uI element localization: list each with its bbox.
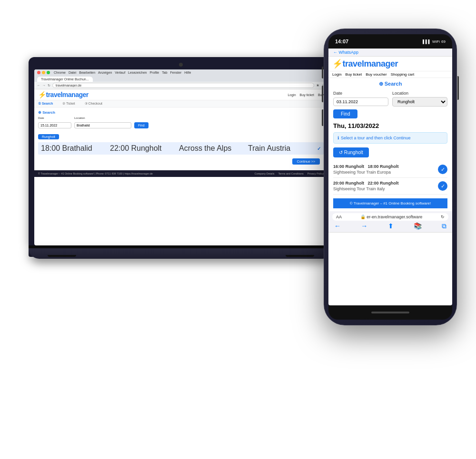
- phone-screen: ← WhatsApp ⚡travelmanager Login Buy tick…: [328, 49, 452, 305]
- phone-tour-1-check[interactable]: ✓: [438, 165, 447, 174]
- laptop-steps: ① Search ② Ticket ③ Checkout: [34, 100, 327, 107]
- result-departure: 18:00 Brathalid: [41, 144, 105, 153]
- menu-profile[interactable]: Profile: [149, 71, 159, 74]
- phone-share-btn[interactable]: ⬆: [388, 222, 394, 230]
- phone-back-btn[interactable]: ←: [334, 222, 341, 230]
- step-search-laptop[interactable]: ① Search: [38, 102, 53, 106]
- menu-lesezeichen[interactable]: Lesezeichen: [128, 71, 147, 74]
- phone-tabs-btn[interactable]: ⧉: [442, 222, 446, 230]
- footer-terms[interactable]: Terms and Conditions: [278, 172, 304, 175]
- laptop-continue-row: Continue >>: [38, 156, 324, 167]
- footer-privacy[interactable]: Privacy Policy: [307, 172, 324, 175]
- browser-nav-buttons: ← → ↻: [37, 84, 50, 88]
- signal-icon: ▌▌▌: [423, 39, 431, 44]
- laptop-logo: ⚡travelmanager: [38, 91, 89, 98]
- phone-bookmarks-btn[interactable]: 📚: [414, 222, 422, 230]
- footer-company-details[interactable]: Company Details: [255, 172, 275, 175]
- laptop-find-button[interactable]: Find: [134, 122, 149, 128]
- wifi-icon: WiFi: [432, 39, 440, 44]
- laptop-result-row[interactable]: 18:00 Brathalid 22:00 Rungholt Across th…: [38, 142, 324, 155]
- result-operator: Train Austria: [248, 144, 312, 153]
- phone-location-result-btn[interactable]: ↺ Rungholt: [333, 147, 369, 157]
- phone-status-icons: ▌▌▌ WiFi 69: [423, 39, 446, 44]
- phone-tour-item-1[interactable]: 16:00 Rungholt 18:00 Rungholt Sightseein…: [333, 161, 447, 178]
- phone-tour-item-2[interactable]: 20:00 Rungholt 22:00 Rungholt Sightseein…: [333, 178, 447, 195]
- phone-nav-shopping-cart[interactable]: Shopping cart: [391, 72, 414, 77]
- chrome-menu-items: Chrome Datei Bearbeiten Anzeigen Verlauf…: [54, 71, 191, 74]
- menu-verlauf[interactable]: Verlauf: [115, 71, 125, 74]
- laptop-site-header: ⚡travelmanager Login Buy ticket Buy: [34, 89, 327, 100]
- phone-date-input[interactable]: [333, 98, 388, 106]
- laptop-base: [29, 248, 333, 257]
- phone-nav-buy-voucher[interactable]: Buy voucher: [366, 72, 387, 77]
- phone-location-select[interactable]: Rungholt: [392, 97, 447, 107]
- phone-notch: [371, 36, 409, 46]
- phone-nav-buy-ticket[interactable]: Buy ticket: [346, 72, 362, 77]
- scene: Chrome Datei Bearbeiten Anzeigen Verlauf…: [0, 0, 476, 459]
- step-checkout-laptop[interactable]: ③ Checkout: [85, 102, 103, 106]
- menu-datei[interactable]: Datei: [69, 71, 76, 74]
- active-tab[interactable]: Travelmanager Online Buchun...: [37, 77, 93, 82]
- maximize-window-btn[interactable]: [47, 71, 50, 74]
- aa-text: AA: [336, 215, 342, 219]
- phone-find-button[interactable]: Find: [333, 109, 357, 118]
- laptop-foot-right: [286, 255, 314, 257]
- nav-buy-ticket-laptop[interactable]: Buy ticket: [300, 93, 314, 97]
- footer-copyright: © Travelmanager – #1 Online Booking soft…: [38, 172, 153, 175]
- phone-nav-bar: Login Buy ticket Buy voucher Shopping ca…: [328, 71, 452, 78]
- phone-search-section: ⊕ Search Date Location Rungholt: [328, 78, 452, 211]
- laptop-continue-button[interactable]: Continue >>: [292, 158, 320, 165]
- phone-volume-down-btn[interactable]: [322, 109, 323, 126]
- phone-tour-2-name: Sightseeing Tour Train Italy: [333, 186, 399, 191]
- laptop-location-label: Location: [74, 117, 131, 119]
- menu-anzeigen[interactable]: Anzeigen: [98, 71, 112, 74]
- laptop-date-field: Date: [38, 117, 71, 128]
- back-btn[interactable]: ←: [37, 84, 40, 88]
- menu-tab[interactable]: Tab: [162, 71, 167, 74]
- laptop-date-input[interactable]: [38, 122, 71, 128]
- forward-btn[interactable]: →: [42, 84, 46, 88]
- result-route: Across the Alps: [179, 144, 243, 153]
- address-input[interactable]: [52, 83, 314, 88]
- phone-volume-up-btn[interactable]: [322, 86, 323, 102]
- laptop-location-input[interactable]: [74, 122, 131, 128]
- phone-power-btn[interactable]: [457, 76, 459, 100]
- phone-home-indicator[interactable]: [371, 312, 409, 313]
- phone-forward-btn[interactable]: →: [361, 222, 367, 230]
- phone-mute-btn[interactable]: [322, 67, 323, 78]
- phone-whatsapp-nav[interactable]: ← WhatsApp: [328, 49, 452, 57]
- address-text: 🔒 er-en.travelmanager.software: [360, 215, 423, 219]
- phone-address-bar[interactable]: AA 🔒 er-en.travelmanager.software ↻: [332, 213, 448, 221]
- phone-search-title: ⊕ Search: [333, 81, 447, 87]
- laptop-rungholt-btn[interactable]: Rungholt: [38, 134, 59, 139]
- laptop: Chrome Datei Bearbeiten Anzeigen Verlauf…: [29, 57, 333, 257]
- menu-fenster[interactable]: Fenster: [170, 71, 182, 74]
- phone-alert-message: ℹ Select a tour and then click Continue: [333, 132, 447, 144]
- reload-btn[interactable]: ↻: [48, 84, 50, 88]
- menu-chrome[interactable]: Chrome: [54, 71, 66, 74]
- menu-bearbeiten[interactable]: Bearbeiten: [79, 71, 95, 74]
- phone-site-header: ⚡travelmanager: [328, 57, 452, 71]
- phone-nav-login[interactable]: Login: [332, 72, 342, 77]
- laptop-nav: Login Buy ticket Buy: [288, 93, 324, 97]
- chrome-tab-bar: Travelmanager Online Buchun...: [34, 76, 327, 82]
- whatsapp-back-btn[interactable]: ← WhatsApp: [333, 50, 358, 55]
- menu-hilfe[interactable]: Hilfe: [184, 71, 191, 74]
- step-ticket-laptop[interactable]: ② Ticket: [62, 102, 75, 106]
- minimize-window-btn[interactable]: [42, 71, 45, 74]
- close-window-btn[interactable]: [37, 71, 40, 74]
- phone-date-result: Thu, 11/03/2022: [333, 122, 447, 129]
- phone-tour-2-check[interactable]: ✓: [438, 181, 447, 191]
- phone-date-label: Date: [333, 91, 388, 96]
- phone-date-field: Date: [333, 91, 388, 107]
- laptop-foot-left: [48, 255, 76, 257]
- result-arrival: 22:00 Rungholt: [110, 144, 174, 153]
- phone-bottom-bar: [328, 305, 452, 320]
- window-controls: [37, 71, 50, 74]
- phone: 14:07 ▌▌▌ WiFi 69 ← WhatsApp ⚡travelmana…: [324, 29, 457, 325]
- nav-login-laptop[interactable]: Login: [288, 93, 296, 97]
- laptop-camera: [179, 63, 183, 67]
- phone-form-row: Date Location Rungholt: [333, 91, 447, 107]
- reload-icon[interactable]: ↻: [441, 215, 445, 219]
- battery-icon: 69: [441, 39, 446, 44]
